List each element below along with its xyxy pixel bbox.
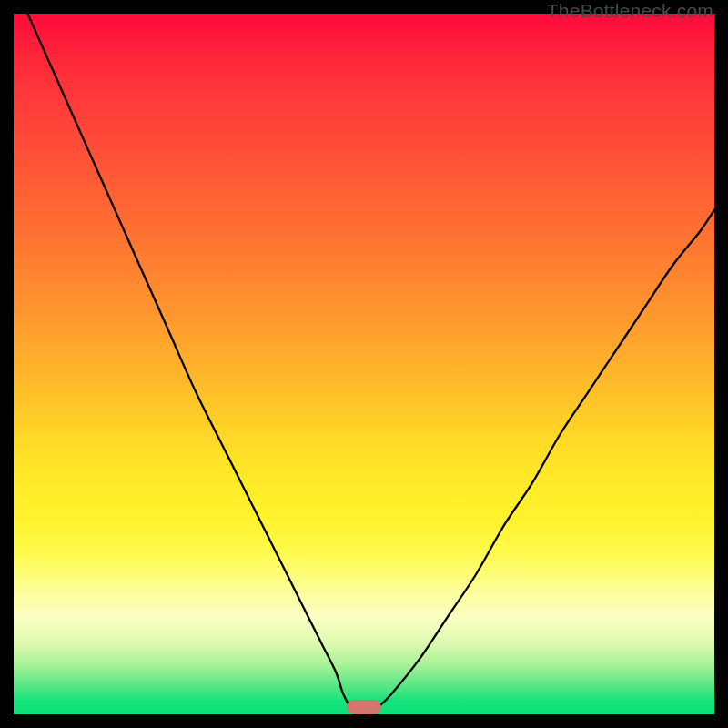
optimum-marker [347,700,381,714]
gradient-plot-area [14,14,714,714]
attribution-text: TheBottleneck.com [547,0,713,22]
chart-stage: TheBottleneck.com [0,0,728,728]
